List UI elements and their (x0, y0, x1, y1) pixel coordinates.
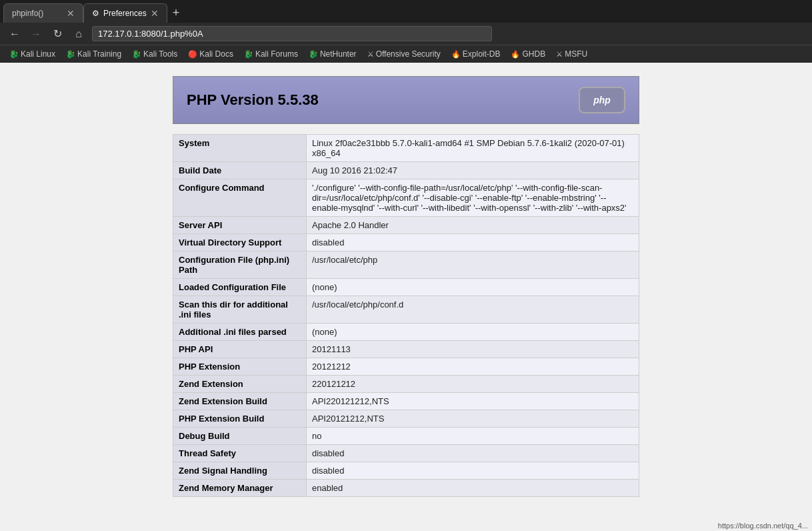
info-value: no (307, 428, 639, 445)
bookmark-kali-training[interactable]: 🐉 Kali Training (62, 48, 125, 60)
bookmark-offensive-security-label: Offensive Security (376, 49, 441, 59)
info-value: (none) (307, 324, 639, 341)
bookmark-kali-linux[interactable]: 🐉 Kali Linux (5, 48, 59, 60)
info-value: './configure' '--with-config-file-path=/… (307, 179, 639, 217)
bookmark-kali-tools[interactable]: 🐉 Kali Tools (128, 48, 181, 60)
info-key: PHP Extension Build (173, 410, 307, 428)
table-row: Thread Safetydisabled (173, 445, 639, 462)
browser-window: phpinfo() ✕ ⚙ Preferences ✕ + ← → ↻ ⌂ 🐉 … (0, 0, 812, 510)
bookmark-kali-docs-label: Kali Docs (199, 49, 233, 59)
info-value: Aug 10 2016 21:02:47 (307, 162, 639, 179)
info-value: disabled (307, 462, 639, 480)
info-value: 220121212 (307, 376, 639, 393)
info-value: disabled (307, 234, 639, 251)
bookmark-kali-forums-label: Kali Forums (255, 49, 298, 59)
table-row: Debug Buildno (173, 428, 639, 445)
bookmark-nethunter[interactable]: 🐉 NetHunter (305, 48, 361, 60)
home-button[interactable]: ⌂ (71, 28, 87, 40)
info-value: /usr/local/etc/php/conf.d (307, 296, 639, 324)
msfu-icon: ⚔ (556, 50, 563, 59)
info-value: Apache 2.0 Handler (307, 217, 639, 234)
reload-button[interactable]: ↻ (49, 27, 65, 40)
nethunter-icon: 🐉 (309, 50, 318, 59)
back-button[interactable]: ← (7, 28, 23, 40)
info-key: PHP API (173, 341, 307, 358)
info-value: 20121212 (307, 358, 639, 376)
info-key: Scan this dir for additional .ini files (173, 296, 307, 324)
kali-forums-icon: 🐉 (244, 50, 253, 59)
bookmark-kali-docs[interactable]: 🔴 Kali Docs (184, 48, 237, 60)
table-row: PHP API20121113 (173, 341, 639, 358)
bookmark-kali-linux-label: Kali Linux (21, 49, 55, 59)
info-key: Configuration File (php.ini) Path (173, 251, 307, 279)
table-row: Zend Extension220121212 (173, 376, 639, 393)
exploit-db-icon: 🔥 (451, 50, 461, 59)
ghdb-icon: 🔥 (511, 50, 520, 59)
bookmark-msfu[interactable]: ⚔ MSFU (552, 48, 591, 60)
tab-preferences-close[interactable]: ✕ (151, 8, 159, 19)
table-row: PHP Extension BuildAPI20121212,NTS (173, 410, 639, 428)
new-tab-button[interactable]: + (167, 3, 185, 23)
table-row: Zend Signal Handlingdisabled (173, 462, 639, 480)
bookmark-kali-tools-label: Kali Tools (143, 49, 177, 59)
bookmark-ghdb-label: GHDB (522, 49, 545, 59)
tab-bar: phpinfo() ✕ ⚙ Preferences ✕ + (0, 0, 812, 23)
table-row: Scan this dir for additional .ini files/… (173, 296, 639, 324)
bookmark-kali-forums[interactable]: 🐉 Kali Forums (240, 48, 302, 60)
table-row: SystemLinux 2f0ac2e31bbb 5.7.0-kali1-amd… (173, 135, 639, 162)
offensive-security-icon: ⚔ (367, 50, 374, 59)
info-key: Zend Extension Build (173, 393, 307, 410)
php-logo-text: php (593, 95, 611, 105)
info-key: Server API (173, 217, 307, 234)
forward-button[interactable]: → (28, 28, 44, 40)
tab-preferences-icon: ⚙ (92, 9, 99, 18)
bookmark-offensive-security[interactable]: ⚔ Offensive Security (363, 48, 445, 60)
bookmarks-bar: 🐉 Kali Linux 🐉 Kali Training 🐉 Kali Tool… (0, 45, 812, 63)
tab-preferences[interactable]: ⚙ Preferences ✕ (83, 3, 167, 23)
php-logo: php (579, 87, 625, 113)
address-input[interactable] (92, 26, 492, 41)
kali-tools-icon: 🐉 (132, 50, 141, 59)
info-key: Virtual Directory Support (173, 234, 307, 251)
info-key: Debug Build (173, 428, 307, 445)
php-version-title: PHP Version 5.5.38 (187, 91, 319, 109)
info-key: Additional .ini files parsed (173, 324, 307, 341)
table-row: Virtual Directory Supportdisabled (173, 234, 639, 251)
phpinfo-container: PHP Version 5.5.38 php SystemLinux 2f0ac… (173, 76, 639, 497)
tab-phpinfo-close[interactable]: ✕ (67, 8, 75, 19)
kali-training-icon: 🐉 (66, 50, 75, 59)
info-value: disabled (307, 445, 639, 462)
table-row: Zend Extension BuildAPI220121212,NTS (173, 393, 639, 410)
bookmark-kali-training-label: Kali Training (77, 49, 121, 59)
bookmark-nethunter-label: NetHunter (320, 49, 357, 59)
table-row: Loaded Configuration File(none) (173, 279, 639, 296)
info-key: Configure Command (173, 179, 307, 217)
bookmark-msfu-label: MSFU (565, 49, 587, 59)
page-content: PHP Version 5.5.38 php SystemLinux 2f0ac… (0, 63, 812, 510)
php-header: PHP Version 5.5.38 php (173, 76, 639, 124)
php-info-table: SystemLinux 2f0ac2e31bbb 5.7.0-kali1-amd… (173, 134, 639, 497)
table-row: Zend Memory Managerenabled (173, 480, 639, 497)
table-row: Build DateAug 10 2016 21:02:47 (173, 162, 639, 179)
tab-phpinfo[interactable]: phpinfo() ✕ (3, 3, 83, 23)
info-key: Loaded Configuration File (173, 279, 307, 296)
info-key: Zend Memory Manager (173, 480, 307, 497)
table-row: Configuration File (php.ini) Path/usr/lo… (173, 251, 639, 279)
info-value: (none) (307, 279, 639, 296)
info-key: Zend Signal Handling (173, 462, 307, 480)
info-key: Thread Safety (173, 445, 307, 462)
kali-docs-icon: 🔴 (188, 50, 197, 59)
table-row: PHP Extension20121212 (173, 358, 639, 376)
info-key: Zend Extension (173, 376, 307, 393)
info-value: 20121113 (307, 341, 639, 358)
info-value: /usr/local/etc/php (307, 251, 639, 279)
info-value: API220121212,NTS (307, 393, 639, 410)
info-value: API20121212,NTS (307, 410, 639, 428)
info-key: PHP Extension (173, 358, 307, 376)
table-row: Additional .ini files parsed(none) (173, 324, 639, 341)
table-row: Server APIApache 2.0 Handler (173, 217, 639, 234)
tab-preferences-label: Preferences (103, 9, 147, 18)
bookmark-exploit-db[interactable]: 🔥 Exploit-DB (447, 48, 505, 60)
bookmark-ghdb[interactable]: 🔥 GHDB (507, 48, 549, 60)
info-value: enabled (307, 480, 639, 497)
